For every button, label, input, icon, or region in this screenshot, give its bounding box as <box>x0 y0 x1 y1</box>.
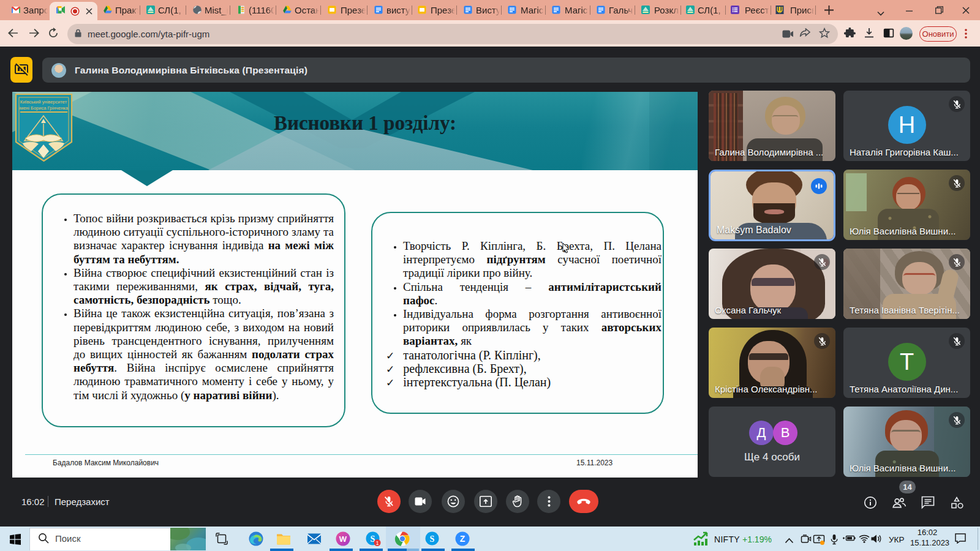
svg-text:1: 1 <box>376 540 379 546</box>
svg-text:імені Бориса Грінченка: імені Бориса Грінченка <box>19 105 69 111</box>
svg-text:S: S <box>430 534 435 544</box>
svg-text:Київський університет: Київський університет <box>20 99 67 105</box>
svg-text:W: W <box>339 534 347 544</box>
svg-text:Z: Z <box>460 534 466 544</box>
